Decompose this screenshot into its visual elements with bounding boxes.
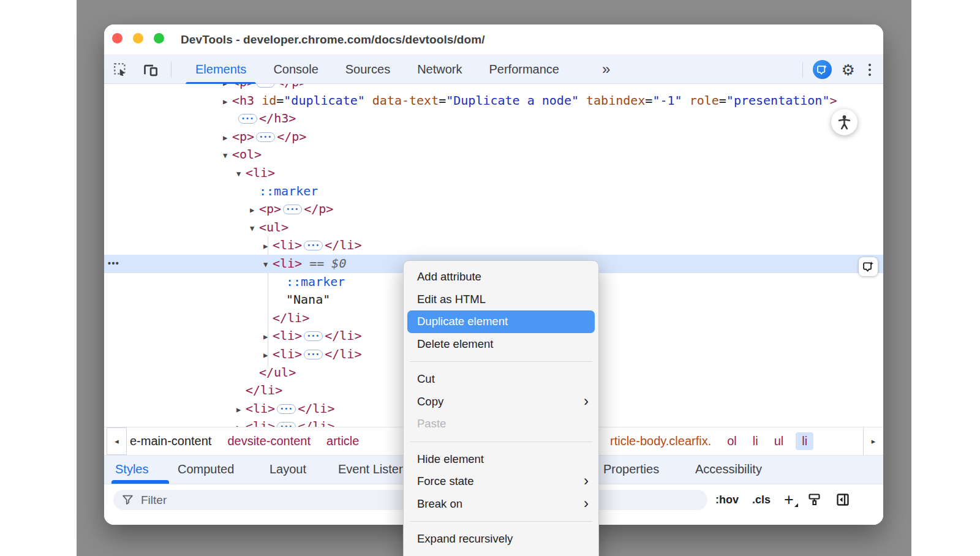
screenshot-stage: DevTools - developer.chrome.com/docs/dev… bbox=[0, 0, 980, 556]
breadcrumbs-left: e-main-contentdevsite-contentarticle bbox=[130, 427, 359, 455]
menu-item-hide-element[interactable]: Hide element bbox=[404, 448, 598, 471]
token-val: "presentation" bbox=[726, 93, 830, 108]
dom-tree-row[interactable]: ▶<h3 id="duplicate" data-text="Duplicate… bbox=[104, 92, 883, 110]
expand-arrow-icon[interactable]: ▶ bbox=[223, 93, 232, 111]
breadcrumb-scroll-left-button[interactable]: ◂ bbox=[107, 427, 127, 455]
menu-item-force-state[interactable]: Force state› bbox=[404, 470, 598, 493]
accessibility-overlay-button[interactable] bbox=[831, 109, 858, 135]
breadcrumb-scroll-right-button[interactable]: ▸ bbox=[863, 427, 883, 455]
dom-tree-row[interactable]: ▼<li> bbox=[104, 164, 883, 182]
more-panels-chevron[interactable]: » bbox=[602, 55, 610, 83]
collapse-arrow-icon[interactable]: ▼ bbox=[223, 147, 232, 165]
breadcrumb-article[interactable]: article bbox=[326, 434, 359, 448]
toggle-sidebar-icon[interactable] bbox=[835, 492, 850, 507]
ai-assistant-icon[interactable] bbox=[813, 60, 832, 79]
ellipsis-badge[interactable]: ••• bbox=[256, 132, 275, 142]
ellipsis-badge[interactable]: ••• bbox=[277, 404, 296, 414]
dom-tree-row[interactable]: ▶<p>•••</p> bbox=[104, 84, 883, 92]
token-attr: data-text bbox=[372, 93, 439, 108]
menu-item-delete-element[interactable]: Delete element bbox=[404, 333, 598, 356]
token-tag: <h3 bbox=[232, 93, 254, 108]
dom-tree-row[interactable]: ▶<p>•••</p> bbox=[104, 128, 883, 146]
expand-arrow-icon[interactable]: ▶ bbox=[236, 419, 246, 427]
token-tag: </li> bbox=[273, 310, 309, 325]
expand-arrow-icon[interactable]: ▶ bbox=[263, 238, 273, 256]
styles-tab-styles[interactable]: Styles bbox=[115, 456, 148, 483]
breadcrumb-e-main-content[interactable]: e-main-content bbox=[130, 434, 211, 448]
device-toolbar-icon[interactable] bbox=[141, 61, 159, 79]
token-tag: <li> bbox=[273, 328, 302, 343]
breadcrumb-rticle-body-clearfix-[interactable]: rticle-body.clearfix. bbox=[610, 434, 711, 448]
styles-tab-accessibility[interactable]: Accessibility bbox=[695, 456, 762, 483]
ellipsis-badge[interactable]: ••• bbox=[277, 422, 296, 427]
dom-tree-row[interactable]: •••</h3> bbox=[104, 110, 883, 128]
ellipsis-badge[interactable]: ••• bbox=[304, 331, 323, 341]
ask-ai-row-button[interactable] bbox=[859, 257, 878, 276]
breadcrumb-li[interactable]: li bbox=[753, 434, 758, 448]
token-pun: = bbox=[276, 93, 284, 108]
row-menu-dots-icon[interactable]: ••• bbox=[108, 255, 119, 273]
breadcrumb-ul[interactable]: ul bbox=[774, 434, 784, 448]
expand-arrow-icon[interactable]: ▶ bbox=[223, 129, 232, 148]
tab-network[interactable]: Network bbox=[407, 55, 472, 84]
inspect-element-icon[interactable] bbox=[111, 61, 130, 79]
close-window-button[interactable] bbox=[112, 33, 123, 43]
tab-sources[interactable]: Sources bbox=[335, 55, 401, 84]
arrow-spacer bbox=[227, 111, 236, 129]
ellipsis-badge[interactable]: ••• bbox=[283, 205, 302, 214]
token-tag: </p> bbox=[304, 201, 333, 216]
menu-item-collapse-children[interactable]: Collapse children bbox=[404, 550, 598, 556]
expand-arrow-icon[interactable]: ▶ bbox=[263, 347, 273, 365]
token-val: "duplicate" bbox=[284, 93, 364, 108]
ellipsis-badge[interactable]: ••• bbox=[304, 350, 323, 359]
menu-item-cut[interactable]: Cut bbox=[404, 368, 598, 391]
styles-tab-properties[interactable]: Properties bbox=[603, 456, 659, 483]
more-options-kebab-icon[interactable] bbox=[865, 61, 875, 78]
toggle-element-state-button[interactable]: :hov bbox=[715, 494, 739, 506]
token-tag: </h3> bbox=[259, 111, 296, 126]
menu-item-copy[interactable]: Copy› bbox=[404, 391, 598, 413]
ellipsis-badge[interactable]: ••• bbox=[238, 114, 257, 124]
collapse-arrow-icon[interactable]: ▼ bbox=[250, 220, 259, 238]
tab-console[interactable]: Console bbox=[263, 55, 328, 84]
expand-arrow-icon[interactable]: ▶ bbox=[250, 201, 259, 220]
minimize-window-button[interactable] bbox=[133, 33, 143, 43]
ellipsis-badge[interactable]: ••• bbox=[304, 241, 323, 250]
breadcrumb-ol[interactable]: ol bbox=[727, 434, 737, 448]
collapse-arrow-icon[interactable]: ▼ bbox=[236, 165, 246, 184]
settings-gear-icon[interactable]: ⚙ bbox=[842, 61, 855, 79]
menu-item-edit-as-html[interactable]: Edit as HTML bbox=[404, 288, 598, 311]
expand-arrow-icon[interactable]: ▶ bbox=[263, 328, 273, 347]
collapse-arrow-icon[interactable]: ▼ bbox=[263, 256, 273, 274]
menu-item-duplicate-element[interactable]: Duplicate element bbox=[407, 310, 595, 333]
dom-tree-row[interactable]: ▼<ul> bbox=[104, 219, 883, 237]
rendering-emulation-icon[interactable] bbox=[807, 492, 822, 507]
titlebar: DevTools - developer.chrome.com/docs/dev… bbox=[104, 24, 883, 55]
tab-elements[interactable]: Elements bbox=[185, 55, 257, 84]
dom-tree-row[interactable]: ▶<p>•••</p> bbox=[104, 200, 883, 219]
toolbar-divider bbox=[171, 61, 172, 78]
breadcrumb-devsite-content[interactable]: devsite-content bbox=[227, 434, 311, 448]
submenu-chevron-icon: › bbox=[584, 391, 589, 411]
element-classes-button[interactable]: .cls bbox=[752, 494, 771, 506]
menu-item-expand-recursively[interactable]: Expand recursively bbox=[404, 528, 598, 550]
menu-item-add-attribute[interactable]: Add attribute bbox=[404, 266, 598, 288]
styles-tab-computed[interactable]: Computed bbox=[178, 456, 234, 483]
arrow-spacer bbox=[277, 292, 286, 310]
new-style-rule-button[interactable]: + bbox=[784, 494, 794, 506]
styles-tab-layout[interactable]: Layout bbox=[270, 456, 306, 483]
menu-item-break-on[interactable]: Break on› bbox=[404, 493, 598, 516]
menu-separator bbox=[410, 441, 592, 442]
dom-tree-row[interactable]: ▼<ol> bbox=[104, 146, 883, 164]
expand-arrow-icon[interactable]: ▶ bbox=[236, 401, 246, 419]
breadcrumb-li[interactable]: li bbox=[796, 432, 813, 450]
dom-tree-row[interactable]: ▶<li>•••</li> bbox=[104, 236, 883, 255]
arrow-spacer bbox=[250, 365, 259, 383]
tab-performance[interactable]: Performance bbox=[479, 55, 570, 84]
panel-tabs: ElementsConsoleSourcesNetworkPerformance bbox=[185, 55, 576, 84]
ellipsis-badge[interactable]: ••• bbox=[256, 84, 275, 88]
dom-tree-row[interactable]: ::marker bbox=[104, 182, 883, 201]
zoom-window-button[interactable] bbox=[154, 33, 164, 43]
token-tag: </li> bbox=[325, 238, 361, 252]
arrow-spacer bbox=[236, 383, 246, 401]
